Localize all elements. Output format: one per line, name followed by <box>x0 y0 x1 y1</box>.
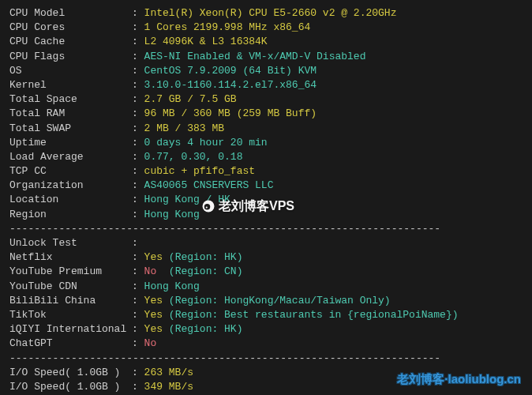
system-info-row: Location : Hong Kong / HK <box>9 193 523 207</box>
field-value: Intel(R) Xeon(R) CPU E5-2660 v2 @ 2.20GH… <box>144 7 397 19</box>
unlock-test-row: Netflix : Yes (Region: HK) <box>9 250 523 265</box>
unlock-region: (Region: HK) <box>169 251 243 263</box>
field-label: YouTube CDN <box>9 280 132 294</box>
field-label: Total Space <box>9 92 132 107</box>
system-info-row: Organization : AS40065 CNSERVERS LLC <box>9 179 523 193</box>
field-value: CentOS 7.9.2009 (64 Bit) KVM <box>144 65 317 77</box>
colon-separator: : <box>132 337 144 349</box>
unlock-test-row: ChatGPT : No <box>9 337 523 351</box>
colon-separator: : <box>132 381 144 393</box>
colon-separator: : <box>132 107 144 119</box>
colon-separator: : <box>132 194 144 205</box>
colon-separator: : <box>132 51 144 62</box>
unlock-status: Yes <box>144 323 163 335</box>
field-value: Hong Kong <box>144 209 200 220</box>
field-value: Hong Kong / HK <box>144 194 230 205</box>
field-label: Region <box>9 208 132 222</box>
colon-separator: : <box>132 36 144 47</box>
field-label: Total SWAP <box>9 122 132 136</box>
field-label: Uptime <box>9 136 132 150</box>
field-value: 3.10.0-1160.114.2.el7.x86_64 <box>144 79 317 91</box>
colon-separator: : <box>132 323 144 335</box>
field-label: Unlock Test <box>9 236 132 250</box>
field-value: 96 MB / 360 MB (259 MB Buff) <box>144 107 317 119</box>
system-info-row: Uptime : 0 days 4 hour 20 min <box>9 136 523 150</box>
field-label: Netflix <box>9 250 132 265</box>
unlock-status: No <box>144 265 163 277</box>
colon-separator: : <box>132 237 144 249</box>
io-speed-row: I/O Speed( 1.0GB ) : 263 MB/s <box>9 366 523 380</box>
colon-separator: : <box>132 137 144 149</box>
unlock-test-row: YouTube Premium : No (Region: CN) <box>9 265 523 279</box>
system-info-row: Total SWAP : 2 MB / 383 MB <box>9 122 523 136</box>
field-value: 2 MB / 383 MB <box>144 122 224 134</box>
field-label: Kernel <box>9 78 132 92</box>
colon-separator: : <box>132 165 144 177</box>
colon-separator: : <box>132 265 144 277</box>
colon-separator: : <box>132 21 144 33</box>
field-label: ChatGPT <box>9 337 132 351</box>
field-label: Organization <box>9 179 132 193</box>
unlock-region: (Region: CN) <box>169 265 243 277</box>
colon-separator: : <box>132 209 144 220</box>
system-info-row: Region : Hong Kong <box>9 208 523 222</box>
unlock-test-row: TikTok : Yes (Region: Best restaurants i… <box>9 308 523 322</box>
field-label: TikTok <box>9 308 132 322</box>
field-label: I/O Speed( 1.0GB ) <box>9 366 132 380</box>
colon-separator: : <box>132 280 144 292</box>
field-value: cubic + pfifo_fast <box>144 165 255 177</box>
field-label: Load Average <box>9 150 132 164</box>
unlock-status: No <box>144 337 157 349</box>
system-info-row: Total RAM : 96 MB / 360 MB (259 MB Buff) <box>9 107 523 121</box>
colon-separator: : <box>132 251 144 263</box>
system-info-row: Kernel : 3.10.0-1160.114.2.el7.x86_64 <box>9 78 523 92</box>
io-speed-value: 349 MB/s <box>144 381 193 393</box>
system-info-row: OS : CentOS 7.9.2009 (64 Bit) KVM <box>9 64 523 78</box>
field-label: iQIYI International <box>9 322 132 337</box>
field-value: 0 days 4 hour 20 min <box>144 137 268 149</box>
unlock-region: (Region: HK) <box>169 323 243 335</box>
field-label: CPU Model <box>9 6 132 21</box>
section-divider: ----------------------------------------… <box>9 222 523 236</box>
unlock-status: Yes <box>144 295 163 307</box>
colon-separator: : <box>132 79 144 91</box>
field-value: 1 Cores 2199.998 MHz x86_64 <box>144 21 311 33</box>
field-value: L2 4096K & L3 16384K <box>144 36 268 47</box>
field-label: YouTube Premium <box>9 265 132 279</box>
colon-separator: : <box>132 367 144 378</box>
field-value: 2.7 GB / 7.5 GB <box>144 93 237 105</box>
unlock-region: (Region: HongKong/Macau/Taiwan Only) <box>169 295 391 307</box>
field-label: CPU Cores <box>9 21 132 35</box>
field-value: AES-NI Enabled & VM-x/AMD-V Disabled <box>144 51 366 62</box>
system-info-row: CPU Cache : L2 4096K & L3 16384K <box>9 35 523 49</box>
system-info-row: CPU Model : Intel(R) Xeon(R) CPU E5-2660… <box>9 6 523 21</box>
colon-separator: : <box>132 179 144 191</box>
field-label: CPU Cache <box>9 35 132 49</box>
colon-separator: : <box>132 151 144 163</box>
system-info-row: CPU Flags : AES-NI Enabled & VM-x/AMD-V … <box>9 50 523 64</box>
colon-separator: : <box>132 93 144 105</box>
section-divider: ----------------------------------------… <box>9 352 523 366</box>
field-label: CPU Flags <box>9 50 132 64</box>
unlock-test-header: Unlock Test : <box>9 236 523 250</box>
field-label: OS <box>9 64 132 78</box>
unlock-region: (Region: Best restaurants in {regionalPo… <box>169 309 459 321</box>
system-info-row: CPU Cores : 1 Cores 2199.998 MHz x86_64 <box>9 21 523 35</box>
colon-separator: : <box>132 295 144 307</box>
field-value: AS40065 CNSERVERS LLC <box>144 179 274 191</box>
system-info-row: Total Space : 2.7 GB / 7.5 GB <box>9 92 523 107</box>
field-label: I/O Speed( 1.0GB ) <box>9 380 132 394</box>
unlock-status: Yes <box>144 309 163 321</box>
system-info-row: TCP CC : cubic + pfifo_fast <box>9 164 523 179</box>
unlock-status: Yes <box>144 251 163 263</box>
field-label: BiliBili China <box>9 294 132 308</box>
system-info-row: Load Average : 0.77, 0.30, 0.18 <box>9 150 523 164</box>
unlock-region: Hong Kong <box>144 280 200 292</box>
io-speed-row: I/O Speed( 1.0GB ) : 349 MB/s <box>9 380 523 394</box>
field-label: Total RAM <box>9 107 132 121</box>
field-label: TCP CC <box>9 164 132 179</box>
field-value: 0.77, 0.30, 0.18 <box>144 151 243 163</box>
unlock-test-row: YouTube CDN : Hong Kong <box>9 280 523 294</box>
colon-separator: : <box>132 122 144 134</box>
field-label: Location <box>9 193 132 207</box>
